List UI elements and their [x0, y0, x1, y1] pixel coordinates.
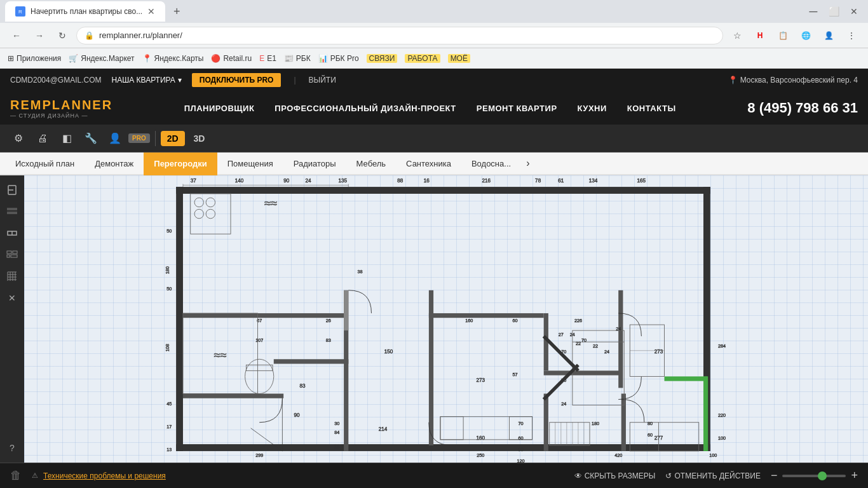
svg-rect-35 — [183, 394, 283, 398]
logout-btn[interactable]: ВЫЙТИ — [309, 76, 336, 85]
svg-text:284: 284 — [718, 343, 726, 349]
svg-text:83: 83 — [299, 383, 306, 389]
view-2d-btn[interactable]: 2D — [161, 131, 185, 146]
maximize-btn[interactable]: ⬜ — [825, 3, 843, 20]
tab-radiators[interactable]: Радиаторы — [283, 152, 346, 175]
sidebar-window-btn[interactable] — [3, 224, 22, 243]
svg-rect-38 — [429, 313, 544, 318]
svg-text:273: 273 — [476, 377, 485, 383]
svg-rect-41 — [544, 370, 621, 375]
tab-source-plan[interactable]: Исходный план — [5, 152, 85, 175]
svg-rect-31 — [176, 187, 183, 451]
my-apartment-btn[interactable]: НАША КВАРТИРА ▾ — [112, 76, 182, 85]
svg-text:50: 50 — [166, 286, 172, 292]
more-btn[interactable]: ⋮ — [843, 27, 860, 44]
address-bar[interactable]: 🔒 remplanner.ru/planner/ — [76, 27, 723, 44]
profile-btn[interactable]: 👤 — [820, 27, 837, 44]
view-3d-btn[interactable]: 3D — [187, 131, 212, 146]
zoom-controls: − + — [771, 469, 858, 482]
menu-planner[interactable]: ПЛАНИРОВЩИК — [184, 104, 255, 113]
people-tool-btn[interactable]: 👤 — [104, 128, 126, 149]
print-tool-btn[interactable]: 🖨 — [32, 128, 53, 149]
zoom-slider[interactable] — [782, 475, 846, 477]
svg-text:180: 180 — [165, 266, 170, 274]
svg-rect-45 — [703, 376, 708, 451]
tab-furniture[interactable]: Мебель — [346, 152, 397, 175]
layers-tool-btn[interactable]: ◧ — [56, 128, 78, 149]
browser-controls: ← → ↻ 🔒 remplanner.ru/planner/ ☆ H 📋 🌐 👤… — [0, 23, 868, 48]
reload-btn[interactable]: ↻ — [53, 27, 71, 44]
menu-design[interactable]: ПРОФЕССИОНАЛЬНЫЙ ДИЗАЙН-ПРОЕКТ — [275, 104, 456, 113]
svg-point-58 — [194, 198, 203, 207]
hide-sizes-btn[interactable]: 👁 СКРЫТЬ РАЗМЕРЫ — [574, 471, 656, 480]
tab-plumbing[interactable]: Сантехника — [396, 152, 461, 175]
extension2-btn[interactable]: 📋 — [774, 27, 792, 44]
hide-sizes-icon: 👁 — [574, 471, 582, 480]
svg-text:108: 108 — [165, 344, 170, 351]
retail-icon: 🔴 — [211, 54, 220, 63]
bookmark-rbk[interactable]: 📰 РБК — [284, 54, 311, 63]
svg-point-59 — [206, 198, 215, 207]
tab-water[interactable]: Водосна... — [461, 152, 521, 175]
menu-kitchen[interactable]: КУХНИ — [578, 104, 607, 113]
sidebar-help-btn[interactable]: ? — [3, 438, 22, 458]
tab-partitions[interactable]: Перегородки — [144, 152, 217, 175]
extension1-btn[interactable]: H — [751, 27, 769, 44]
location-icon: 📍 — [728, 76, 738, 85]
delete-btn[interactable]: 🗑 — [10, 469, 22, 482]
zoom-in-btn[interactable]: + — [851, 469, 858, 482]
svg-text:13: 13 — [334, 444, 339, 449]
bookmark-yandex-market[interactable]: 🛒 Яндекс.Маркет — [69, 54, 134, 63]
forward-btn[interactable]: → — [31, 27, 48, 44]
svg-text:220: 220 — [718, 412, 726, 418]
app-header-top: CDMD2004@GMAIL.COM НАША КВАРТИРА ▾ ПОДКЛ… — [0, 69, 868, 92]
back-btn[interactable]: ← — [8, 27, 25, 44]
menu-contacts[interactable]: КОНТАКТЫ — [627, 104, 676, 113]
svg-rect-42 — [618, 290, 623, 388]
logo-text: REMPLANNER — [10, 98, 112, 112]
bookmark-yandex-maps[interactable]: 📍 Яндекс.Карты — [142, 54, 204, 63]
sidebar-close-btn[interactable]: ✕ — [3, 288, 22, 308]
zoom-out-btn[interactable]: − — [771, 469, 778, 482]
category-tabs: Исходный план Демонтаж Перегородки Помещ… — [0, 152, 868, 175]
main-content: ✕ ? 37 140 90 24 135 88 16 216 78 61 134… — [0, 175, 868, 463]
bookmark-retail[interactable]: 🔴 Retail.ru — [211, 54, 252, 63]
sidebar-door-btn[interactable] — [3, 180, 22, 200]
canvas-area[interactable]: 37 140 90 24 135 88 16 216 78 61 134 165 — [24, 175, 868, 463]
minimize-btn[interactable]: ─ — [804, 3, 822, 20]
connect-pro-btn[interactable]: ПОДКЛЮЧИТЬ PRO — [192, 73, 281, 87]
svg-text:120: 120 — [646, 444, 654, 449]
sidebar-wall-btn[interactable] — [3, 202, 22, 221]
sidebar-brick-btn[interactable] — [3, 245, 22, 264]
new-tab-button[interactable]: + — [168, 3, 186, 20]
bookmark-apps[interactable]: ⊞ Приложения — [8, 54, 61, 63]
tab-title: Начертить план квартиры сво... — [31, 7, 142, 16]
tabs-scroll-right[interactable]: › — [521, 158, 534, 169]
close-window-btn[interactable]: ✕ — [845, 3, 863, 20]
undo-btn[interactable]: ↺ ОТМЕНИТЬ ДЕЙСТВИЕ — [665, 471, 760, 480]
svg-rect-57 — [191, 194, 231, 234]
svg-text:299: 299 — [255, 452, 263, 458]
svg-text:96: 96 — [519, 447, 524, 452]
bookmark-btn[interactable]: ☆ — [728, 27, 746, 44]
extension3-btn[interactable]: 🌐 — [797, 27, 815, 44]
settings-tool-btn[interactable]: ⚙ — [8, 128, 29, 149]
tools-tool-btn[interactable]: 🔧 — [80, 128, 102, 149]
tech-link[interactable]: Технические проблемы и решения — [43, 471, 166, 480]
menu-repair[interactable]: РЕМОНТ КВАРТИР — [477, 104, 557, 113]
svg-text:160: 160 — [465, 318, 473, 323]
bookmark-moe[interactable]: МОЁ — [448, 54, 470, 63]
bookmark-e1[interactable]: E E1 — [259, 54, 276, 63]
yandex-market-icon: 🛒 — [69, 54, 78, 63]
svg-text:160: 160 — [476, 435, 485, 441]
tab-demolition[interactable]: Демонтаж — [85, 152, 144, 175]
tab-rooms[interactable]: Помещения — [217, 152, 283, 175]
active-tab[interactable]: R Начертить план квартиры сво... ✕ — [5, 1, 165, 22]
bookmark-rabota[interactable]: РАБОТА — [405, 54, 440, 63]
svg-text:24: 24 — [616, 326, 621, 332]
bookmark-rbk-pro[interactable]: 📊 РБК Pro — [318, 54, 359, 63]
tab-favicon: R — [15, 6, 25, 17]
sidebar-grid-btn[interactable] — [3, 267, 22, 286]
bookmark-svyazi[interactable]: СВЯЗИ — [367, 54, 398, 63]
tab-close-btn[interactable]: ✕ — [147, 6, 155, 17]
